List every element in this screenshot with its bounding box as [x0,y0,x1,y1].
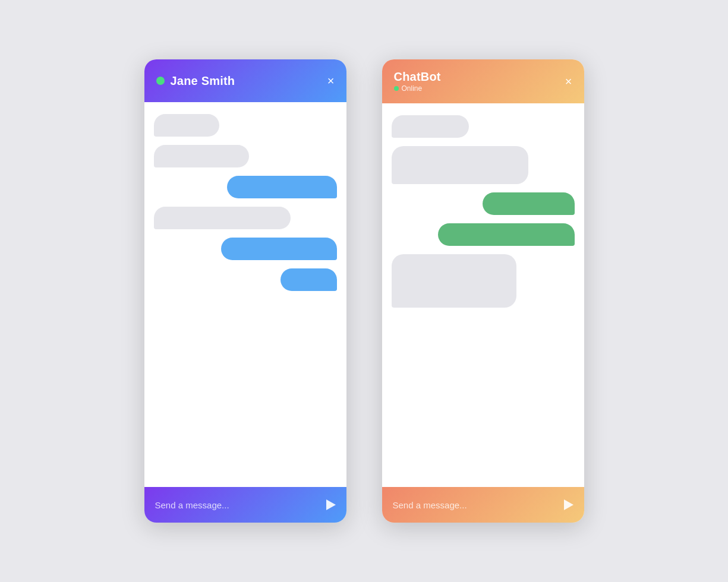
chatbot-header-left: ChatBot Online [394,70,441,93]
chatbot-status-text: Online [402,84,423,93]
jane-close-button[interactable]: × [327,75,335,87]
chatbot-header: ChatBot Online × [382,59,584,103]
send-icon [564,499,573,510]
jane-footer: Send a message... [144,487,346,523]
message-bubble [154,145,249,167]
jane-message-input[interactable]: Send a message... [155,500,326,510]
chatbot-subtitle: Online [394,84,441,93]
chatbot-window: ChatBot Online × Send a message... [382,59,584,523]
jane-send-button[interactable] [326,499,336,510]
chatbot-status-dot [394,86,399,91]
jane-messages-area [144,102,346,487]
jane-header: Jane Smith × [144,59,346,102]
jane-header-left: Jane Smith [156,74,235,88]
message-bubble [392,115,469,138]
message-bubble [227,176,337,198]
message-bubble [392,146,528,184]
message-bubble [154,114,219,137]
jane-smith-window: Jane Smith × Send a message... [144,59,346,523]
message-bubble [281,268,337,291]
chatbot-message-input[interactable]: Send a message... [393,500,564,510]
chatbot-messages-area [382,103,584,487]
chatbot-title-block: ChatBot Online [394,70,441,93]
message-bubble [154,207,291,229]
chatbot-send-button[interactable] [564,499,573,510]
jane-status-dot [156,77,165,85]
message-bubble [483,192,575,215]
chat-container: Jane Smith × Send a message... ChatBot [144,59,584,523]
chatbot-close-button[interactable]: × [565,75,572,87]
send-icon [326,499,336,510]
chatbot-footer: Send a message... [382,487,584,523]
chatbot-title: ChatBot [394,70,441,84]
jane-title: Jane Smith [171,74,235,88]
message-bubble [438,223,575,246]
message-bubble [392,254,516,308]
message-bubble [221,238,337,260]
